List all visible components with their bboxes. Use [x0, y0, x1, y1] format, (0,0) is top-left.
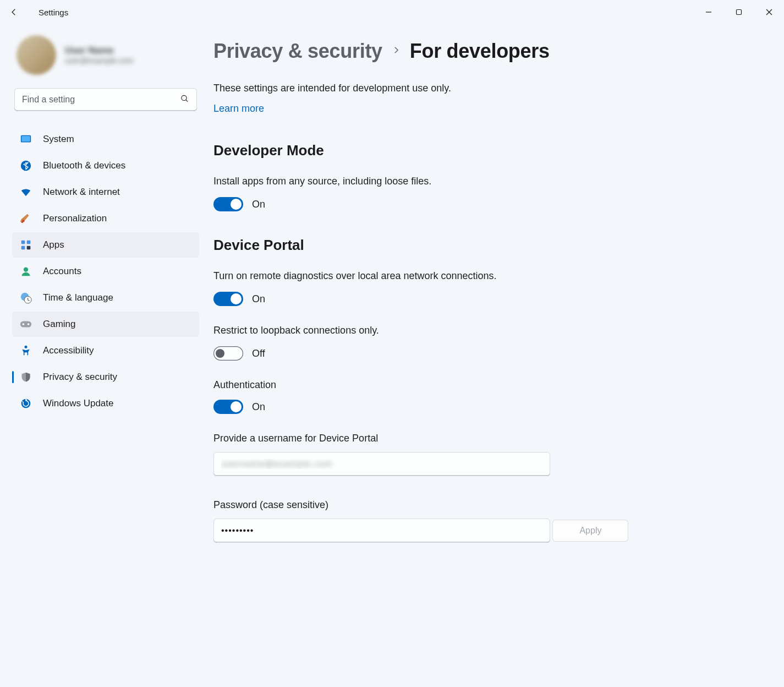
shield-icon: [20, 371, 32, 383]
svg-rect-10: [27, 241, 31, 244]
page-title: For developers: [410, 40, 550, 63]
sidebar-item-label: Apps: [43, 239, 64, 250]
device-portal-section: Device Portal Turn on remote diagnostics…: [213, 237, 762, 566]
accessibility-icon: [20, 345, 32, 357]
sidebar-item-label: Privacy & security: [43, 372, 117, 383]
svg-point-13: [24, 268, 28, 272]
globe-clock-icon: [20, 292, 32, 304]
breadcrumb-parent[interactable]: Privacy & security: [213, 40, 382, 63]
display-icon: [20, 133, 32, 145]
close-button[interactable]: [754, 2, 784, 23]
sidebar-item-apps[interactable]: Apps: [12, 232, 199, 258]
avatar: [17, 35, 56, 75]
sidebar-item-label: Bluetooth & devices: [43, 160, 125, 171]
sidebar-item-bluetooth[interactable]: Bluetooth & devices: [12, 153, 199, 178]
sidebar-item-windows-update[interactable]: Windows Update: [12, 391, 199, 416]
developer-mode-title: Developer Mode: [213, 142, 762, 159]
back-arrow-icon: [9, 7, 19, 17]
sidebar-item-time-language[interactable]: Time & language: [12, 285, 199, 310]
wifi-icon: [20, 186, 32, 198]
authentication-title: Authentication: [213, 379, 762, 391]
username-label: Provide a username for Device Portal: [213, 433, 762, 444]
device-portal-description: Turn on remote diagnostics over local ar…: [213, 270, 762, 282]
apply-button[interactable]: Apply: [552, 520, 628, 542]
svg-rect-7: [21, 136, 30, 141]
svg-rect-9: [21, 241, 25, 244]
sidebar-item-accessibility[interactable]: Accessibility: [12, 338, 199, 363]
sidebar-item-label: Gaming: [43, 319, 76, 330]
loopback-description: Restrict to loopback connections only.: [213, 325, 762, 336]
password-label: Password (case sensitive): [213, 499, 762, 511]
device-portal-toggle[interactable]: [213, 292, 243, 306]
svg-point-19: [25, 346, 28, 348]
nav-list: System Bluetooth & devices Network & int…: [12, 127, 199, 416]
svg-rect-16: [20, 321, 31, 328]
sidebar-item-label: Accessibility: [43, 345, 94, 356]
app-title: Settings: [39, 8, 68, 17]
developer-mode-toggle-label: On: [252, 199, 265, 210]
sidebar-item-gaming[interactable]: Gaming: [12, 312, 199, 337]
svg-rect-1: [736, 10, 741, 15]
developer-mode-toggle[interactable]: [213, 197, 243, 211]
content: Privacy & security For developers These …: [204, 24, 784, 687]
learn-more-link[interactable]: Learn more: [213, 103, 264, 115]
username-input[interactable]: [213, 452, 550, 476]
developer-mode-section: Developer Mode Install apps from any sou…: [213, 142, 762, 211]
svg-point-18: [28, 323, 30, 325]
profile-row[interactable]: User Name user@example.com: [12, 35, 199, 88]
sidebar-item-privacy-security[interactable]: Privacy & security: [12, 364, 199, 390]
sidebar-item-label: Personalization: [43, 213, 107, 224]
svg-point-17: [23, 323, 25, 325]
bluetooth-icon: [20, 160, 32, 172]
sidebar-item-label: Time & language: [43, 292, 113, 303]
chevron-right-icon: [391, 45, 401, 57]
search-input[interactable]: [14, 88, 197, 111]
sidebar-item-label: System: [43, 134, 74, 145]
password-input[interactable]: [213, 519, 550, 543]
titlebar: Settings: [0, 0, 784, 24]
breadcrumb: Privacy & security For developers: [213, 40, 762, 63]
sidebar-item-system[interactable]: System: [12, 127, 199, 152]
minimize-button[interactable]: [693, 2, 723, 23]
sidebar-item-label: Windows Update: [43, 398, 114, 409]
authentication-toggle-label: On: [252, 401, 265, 413]
sidebar-item-accounts[interactable]: Accounts: [12, 259, 199, 284]
sidebar-item-label: Network & internet: [43, 187, 120, 198]
device-portal-title: Device Portal: [213, 237, 762, 254]
svg-rect-12: [27, 246, 31, 250]
window-controls: [693, 2, 784, 23]
gamepad-icon: [20, 318, 32, 330]
loopback-toggle[interactable]: [213, 346, 243, 361]
authentication-toggle[interactable]: [213, 400, 243, 414]
intro-text: These settings are intended for developm…: [213, 83, 762, 94]
back-button[interactable]: [2, 1, 25, 24]
update-icon: [20, 397, 32, 410]
maximize-button[interactable]: [723, 2, 754, 23]
sidebar-item-personalization[interactable]: Personalization: [12, 206, 199, 231]
loopback-toggle-label: Off: [252, 348, 265, 359]
brush-icon: [20, 212, 32, 225]
developer-mode-description: Install apps from any source, including …: [213, 176, 762, 187]
svg-rect-11: [21, 246, 25, 250]
sidebar-item-network[interactable]: Network & internet: [12, 179, 199, 205]
sidebar-item-label: Accounts: [43, 266, 81, 277]
profile-text: User Name user@example.com: [65, 45, 134, 65]
person-icon: [20, 265, 32, 277]
apps-icon: [20, 239, 32, 251]
device-portal-toggle-label: On: [252, 293, 265, 305]
sidebar: User Name user@example.com System Blu: [0, 24, 204, 687]
